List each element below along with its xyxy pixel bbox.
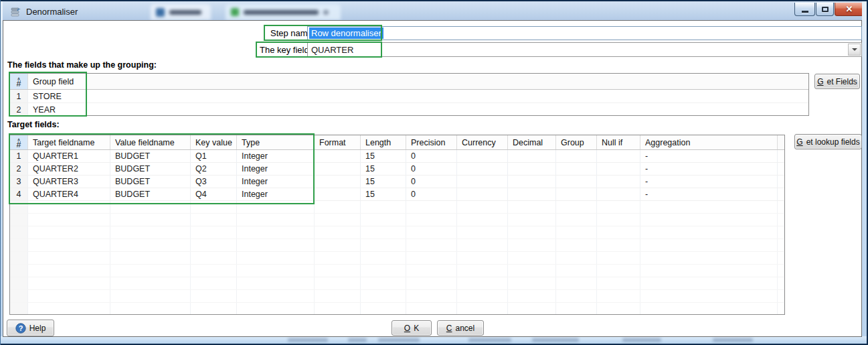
cell[interactable]: [315, 150, 361, 162]
column-header-value-fieldname[interactable]: Value fieldname: [110, 135, 191, 149]
column-header--[interactable]: ▴#: [10, 74, 28, 89]
column-header-null-if[interactable]: Null if: [597, 135, 640, 149]
empty-row[interactable]: [10, 239, 784, 252]
cell[interactable]: 0: [406, 150, 457, 162]
cell[interactable]: [556, 176, 597, 188]
cell[interactable]: Integer: [237, 150, 315, 162]
step-name-input[interactable]: Row denormaliser: [307, 26, 862, 40]
cell[interactable]: 4: [10, 188, 28, 200]
cell[interactable]: 1: [10, 150, 28, 162]
column-header-group[interactable]: Group: [556, 135, 597, 149]
cancel-button[interactable]: Cancel: [437, 320, 484, 336]
cell[interactable]: Q2: [191, 163, 237, 175]
cell[interactable]: QUARTER1: [28, 150, 110, 162]
cell[interactable]: [457, 188, 508, 200]
key-field-combo[interactable]: QUARTER: [307, 42, 862, 57]
cell[interactable]: 0: [406, 188, 457, 200]
cell[interactable]: [508, 176, 556, 188]
empty-row[interactable]: [10, 214, 784, 226]
cell[interactable]: 15: [361, 150, 406, 162]
cell[interactable]: Integer: [237, 188, 315, 200]
cell[interactable]: [457, 176, 508, 188]
cell[interactable]: [315, 188, 361, 200]
cell[interactable]: QUARTER3: [28, 176, 110, 188]
empty-row[interactable]: [10, 201, 784, 214]
cell[interactable]: Q3: [191, 176, 237, 188]
cell[interactable]: -: [640, 150, 778, 162]
cell[interactable]: Q1: [191, 150, 237, 162]
column-header-group-field[interactable]: Group field: [28, 74, 86, 89]
cell[interactable]: BUDGET: [110, 150, 191, 162]
cell[interactable]: [457, 163, 508, 175]
empty-row[interactable]: [10, 226, 784, 239]
empty-row[interactable]: [10, 290, 784, 303]
ok-button[interactable]: OK: [392, 320, 432, 336]
cell[interactable]: 15: [361, 163, 406, 175]
empty-row[interactable]: [10, 303, 784, 315]
column-header-format[interactable]: Format: [315, 135, 361, 149]
minimize-button[interactable]: [794, 3, 815, 16]
cell[interactable]: 3: [10, 176, 28, 188]
cell[interactable]: [457, 150, 508, 162]
cell[interactable]: [597, 188, 640, 200]
cell[interactable]: 0: [406, 163, 457, 175]
column-header-currency[interactable]: Currency: [457, 135, 508, 149]
column-header-decimal[interactable]: Decimal: [508, 135, 556, 149]
column-header-precision[interactable]: Precision: [406, 135, 457, 149]
cell[interactable]: -: [640, 163, 778, 175]
cell[interactable]: 15: [361, 188, 406, 200]
cell[interactable]: BUDGET: [110, 163, 191, 175]
cell[interactable]: [315, 176, 361, 188]
table-row[interactable]: 3QUARTER3BUDGETQ3Integer150-: [10, 176, 784, 188]
cell[interactable]: [556, 150, 597, 162]
cell[interactable]: QUARTER4: [28, 188, 110, 200]
cell[interactable]: 1: [10, 90, 28, 102]
cell[interactable]: [597, 163, 640, 175]
titlebar[interactable]: Denormaliser ✕: [0, 1, 868, 20]
column-header-type[interactable]: Type: [237, 135, 315, 149]
cell[interactable]: [315, 163, 361, 175]
get-fields-button[interactable]: Get Fields: [814, 74, 860, 89]
empty-cell: [10, 277, 28, 289]
cell[interactable]: [597, 176, 640, 188]
column-header-length[interactable]: Length: [361, 135, 406, 149]
cell[interactable]: BUDGET: [110, 188, 191, 200]
column-header--[interactable]: ▴#: [10, 135, 28, 149]
table-row[interactable]: 2QUARTER2BUDGETQ2Integer150-: [10, 163, 784, 176]
cell[interactable]: 15: [361, 176, 406, 188]
cell[interactable]: QUARTER2: [28, 163, 110, 175]
table-row[interactable]: 2YEAR: [10, 103, 808, 116]
cell[interactable]: 0: [406, 176, 457, 188]
cell[interactable]: [508, 150, 556, 162]
column-header-target-fieldname[interactable]: Target fieldname: [28, 135, 110, 149]
table-row[interactable]: 4QUARTER4BUDGETQ4Integer150-: [10, 188, 784, 201]
empty-row[interactable]: [10, 252, 784, 265]
combo-dropdown-button[interactable]: [848, 44, 861, 56]
maximize-icon: [822, 7, 829, 12]
cell[interactable]: 2: [10, 103, 28, 116]
help-button[interactable]: ? Help: [7, 320, 54, 336]
cell[interactable]: Integer: [237, 163, 315, 175]
cell[interactable]: [597, 150, 640, 162]
column-header-key-value[interactable]: Key value: [191, 135, 237, 149]
cell[interactable]: Integer: [237, 176, 315, 188]
table-row[interactable]: 1STORE: [10, 90, 808, 103]
cell[interactable]: BUDGET: [110, 176, 191, 188]
table-row[interactable]: 1QUARTER1BUDGETQ1Integer150-: [10, 150, 784, 163]
cell[interactable]: STORE: [28, 90, 86, 102]
get-lookup-fields-button[interactable]: Get lookup fields: [794, 134, 862, 149]
cell[interactable]: -: [640, 188, 778, 200]
cell[interactable]: [556, 163, 597, 175]
cell[interactable]: Q4: [191, 188, 237, 200]
cell[interactable]: YEAR: [28, 103, 86, 116]
cell[interactable]: [508, 163, 556, 175]
cell[interactable]: -: [640, 176, 778, 188]
close-button[interactable]: ✕: [835, 3, 864, 16]
empty-row[interactable]: [10, 277, 784, 290]
column-header-aggregation[interactable]: Aggregation: [640, 135, 778, 149]
cell[interactable]: [508, 188, 556, 200]
cell[interactable]: [556, 188, 597, 200]
maximize-button[interactable]: [816, 3, 834, 16]
cell[interactable]: 2: [10, 163, 28, 175]
empty-row[interactable]: [10, 265, 784, 277]
